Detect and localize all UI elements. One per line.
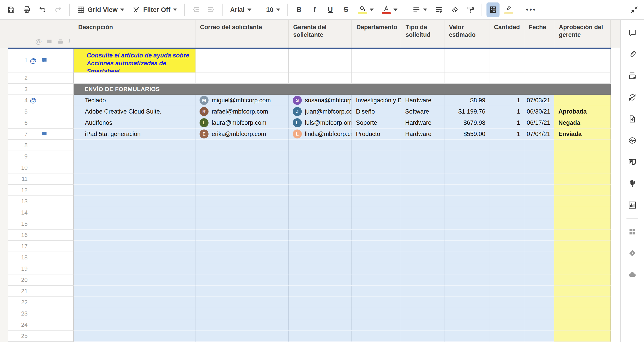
row-number[interactable]: 13 (8, 198, 28, 205)
cell-qty[interactable] (490, 308, 524, 319)
cell-qty[interactable] (490, 173, 524, 185)
cell-type[interactable] (401, 207, 444, 218)
print-button[interactable] (20, 2, 33, 17)
cell-type[interactable] (401, 297, 444, 308)
cell-desc[interactable] (74, 286, 196, 297)
cell-manager[interactable] (289, 162, 352, 173)
cell-dept[interactable] (352, 218, 401, 230)
cell-manager[interactable] (289, 230, 352, 241)
cell-type[interactable] (401, 286, 444, 297)
column-header-desc[interactable]: Descripción (74, 20, 196, 48)
cell-email[interactable] (196, 286, 289, 297)
cell-email[interactable]: Llaura@mbfcorp.com (196, 117, 289, 129)
cell-email[interactable] (196, 252, 289, 263)
row-number[interactable]: 14 (8, 209, 28, 216)
connectors-button[interactable] (621, 264, 644, 285)
cell-approval[interactable] (554, 274, 611, 286)
cell-desc[interactable] (74, 196, 196, 207)
row-number[interactable]: 21 (8, 288, 28, 295)
cell-manager[interactable] (289, 331, 352, 342)
cell-approval[interactable] (554, 263, 611, 274)
cell-approval[interactable] (554, 49, 611, 72)
cell-desc[interactable] (74, 207, 196, 218)
cell-type[interactable] (401, 319, 444, 331)
cell-desc[interactable] (74, 151, 196, 162)
comment-icon[interactable] (41, 131, 48, 137)
cell-manager[interactable] (289, 241, 352, 252)
cell-manager[interactable] (289, 72, 352, 84)
cell-value[interactable] (444, 308, 490, 319)
cell-desc[interactable] (74, 297, 196, 308)
cell-manager[interactable] (289, 297, 352, 308)
cell-date[interactable] (524, 49, 554, 72)
cell-desc[interactable] (74, 319, 196, 331)
cell-value[interactable] (444, 263, 490, 274)
row-number[interactable]: 5 (8, 108, 28, 115)
cell-approval[interactable] (554, 331, 611, 342)
cell-type[interactable]: Hardware (401, 95, 444, 106)
cell-manager[interactable]: Llinda@mbfcorp.com (289, 129, 352, 140)
cell-qty[interactable] (490, 49, 524, 72)
cell-date[interactable]: 07/04/21 (524, 129, 554, 140)
cell-dept[interactable] (352, 207, 401, 218)
cell-qty[interactable] (490, 252, 524, 263)
cell-email[interactable] (196, 140, 289, 151)
cell-qty[interactable] (490, 162, 524, 173)
cell-email[interactable]: Eerika@mbfcorp.com (196, 129, 289, 140)
filter-selector[interactable]: Filter Off (130, 2, 179, 17)
cell-approval[interactable] (554, 140, 611, 151)
save-button[interactable] (4, 2, 18, 17)
cell-desc[interactable] (74, 140, 196, 151)
cell-qty[interactable] (490, 230, 524, 241)
cell-approval[interactable] (554, 297, 611, 308)
cell-manager[interactable] (289, 319, 352, 331)
cell-date[interactable] (524, 162, 554, 173)
cell-dept[interactable] (352, 49, 401, 72)
row-number[interactable]: 3 (8, 86, 28, 93)
cell-dept[interactable] (352, 331, 401, 342)
cell-manager[interactable] (289, 140, 352, 151)
cell-qty[interactable] (490, 72, 524, 84)
cell-value[interactable]: $559.00 (444, 129, 490, 140)
cell-email[interactable] (196, 331, 289, 342)
cell-approval[interactable]: Enviada (554, 129, 611, 140)
cell-value[interactable] (444, 151, 490, 162)
cell-dept[interactable] (352, 162, 401, 173)
format-painter-button[interactable] (464, 2, 477, 17)
cell-desc[interactable] (74, 173, 196, 185)
cell-qty[interactable] (490, 241, 524, 252)
cell-date[interactable] (524, 297, 554, 308)
cell-date[interactable] (524, 196, 554, 207)
cell-qty[interactable]: 1 (490, 129, 524, 140)
cell-qty[interactable] (490, 207, 524, 218)
update-requests-button[interactable] (621, 87, 644, 108)
cell-qty[interactable] (490, 140, 524, 151)
strikethrough-button[interactable]: S (340, 2, 352, 17)
charts-button[interactable] (621, 194, 644, 216)
row-number[interactable]: 6 (8, 119, 28, 126)
cell-date[interactable]: 06/30/21 (524, 106, 554, 117)
cell-type[interactable]: Software (401, 106, 444, 117)
cell-qty[interactable] (490, 185, 524, 196)
collapse-toolbar-button[interactable] (628, 2, 641, 17)
cell-approval[interactable]: Negada (554, 117, 611, 129)
cell-date[interactable] (524, 331, 554, 342)
cell-type[interactable] (401, 241, 444, 252)
proofs-button[interactable] (621, 65, 644, 87)
cell-dept[interactable] (352, 151, 401, 162)
cell-email[interactable] (196, 151, 289, 162)
cell-type[interactable] (401, 151, 444, 162)
wrap-text-button[interactable] (432, 2, 446, 17)
cell-qty[interactable] (490, 319, 524, 331)
info-icon[interactable]: i (68, 37, 70, 45)
cell-formatting-button[interactable] (486, 2, 500, 17)
cell-manager[interactable] (289, 218, 352, 230)
cell-manager[interactable] (289, 151, 352, 162)
cell-approval[interactable] (554, 162, 611, 173)
cell-type[interactable] (401, 230, 444, 241)
cell-desc[interactable] (74, 274, 196, 286)
cell-dept[interactable]: Investigación y Desarrollo (352, 95, 401, 106)
cell-email[interactable] (196, 173, 289, 185)
cell-date[interactable] (524, 241, 554, 252)
cell-qty[interactable] (490, 286, 524, 297)
